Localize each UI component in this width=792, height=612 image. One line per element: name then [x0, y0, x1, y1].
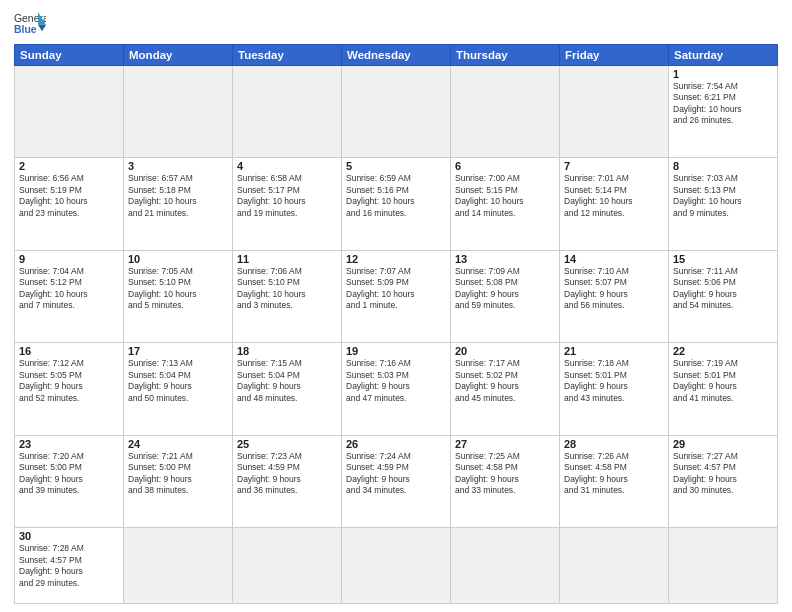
calendar-day-cell: 21Sunrise: 7:18 AM Sunset: 5:01 PM Dayli… [560, 343, 669, 435]
day-number: 14 [564, 253, 664, 265]
day-number: 5 [346, 160, 446, 172]
day-number: 16 [19, 345, 119, 357]
day-info: Sunrise: 7:54 AM Sunset: 6:21 PM Dayligh… [673, 81, 773, 127]
calendar-day-cell: 7Sunrise: 7:01 AM Sunset: 5:14 PM Daylig… [560, 158, 669, 250]
calendar-day-cell [124, 66, 233, 158]
day-info: Sunrise: 6:59 AM Sunset: 5:16 PM Dayligh… [346, 173, 446, 219]
day-info: Sunrise: 7:07 AM Sunset: 5:09 PM Dayligh… [346, 266, 446, 312]
day-number: 28 [564, 438, 664, 450]
day-info: Sunrise: 7:28 AM Sunset: 4:57 PM Dayligh… [19, 543, 119, 589]
calendar-day-cell [124, 528, 233, 604]
day-info: Sunrise: 7:04 AM Sunset: 5:12 PM Dayligh… [19, 266, 119, 312]
day-number: 11 [237, 253, 337, 265]
calendar-day-cell: 19Sunrise: 7:16 AM Sunset: 5:03 PM Dayli… [342, 343, 451, 435]
calendar-day-cell [451, 528, 560, 604]
day-number: 7 [564, 160, 664, 172]
day-info: Sunrise: 7:05 AM Sunset: 5:10 PM Dayligh… [128, 266, 228, 312]
calendar-day-cell: 27Sunrise: 7:25 AM Sunset: 4:58 PM Dayli… [451, 435, 560, 527]
day-number: 25 [237, 438, 337, 450]
calendar-day-cell [669, 528, 778, 604]
logo-area: General Blue [14, 10, 46, 38]
day-info: Sunrise: 6:57 AM Sunset: 5:18 PM Dayligh… [128, 173, 228, 219]
calendar-week-row: 16Sunrise: 7:12 AM Sunset: 5:05 PM Dayli… [15, 343, 778, 435]
day-number: 24 [128, 438, 228, 450]
weekday-header-saturday: Saturday [669, 45, 778, 66]
day-number: 15 [673, 253, 773, 265]
weekday-header-tuesday: Tuesday [233, 45, 342, 66]
calendar-day-cell: 23Sunrise: 7:20 AM Sunset: 5:00 PM Dayli… [15, 435, 124, 527]
calendar-week-row: 23Sunrise: 7:20 AM Sunset: 5:00 PM Dayli… [15, 435, 778, 527]
weekday-header-wednesday: Wednesday [342, 45, 451, 66]
day-info: Sunrise: 7:09 AM Sunset: 5:08 PM Dayligh… [455, 266, 555, 312]
day-info: Sunrise: 7:25 AM Sunset: 4:58 PM Dayligh… [455, 451, 555, 497]
header: General Blue [14, 10, 778, 38]
day-number: 10 [128, 253, 228, 265]
calendar-day-cell [342, 66, 451, 158]
day-number: 30 [19, 530, 119, 542]
day-number: 9 [19, 253, 119, 265]
day-number: 6 [455, 160, 555, 172]
day-number: 13 [455, 253, 555, 265]
calendar-day-cell: 6Sunrise: 7:00 AM Sunset: 5:15 PM Daylig… [451, 158, 560, 250]
day-info: Sunrise: 7:00 AM Sunset: 5:15 PM Dayligh… [455, 173, 555, 219]
calendar-day-cell: 3Sunrise: 6:57 AM Sunset: 5:18 PM Daylig… [124, 158, 233, 250]
calendar-day-cell: 2Sunrise: 6:56 AM Sunset: 5:19 PM Daylig… [15, 158, 124, 250]
day-number: 4 [237, 160, 337, 172]
calendar-day-cell [451, 66, 560, 158]
calendar-day-cell: 4Sunrise: 6:58 AM Sunset: 5:17 PM Daylig… [233, 158, 342, 250]
calendar-day-cell [233, 528, 342, 604]
day-number: 17 [128, 345, 228, 357]
calendar-week-row: 9Sunrise: 7:04 AM Sunset: 5:12 PM Daylig… [15, 250, 778, 342]
calendar-day-cell: 28Sunrise: 7:26 AM Sunset: 4:58 PM Dayli… [560, 435, 669, 527]
calendar-day-cell: 29Sunrise: 7:27 AM Sunset: 4:57 PM Dayli… [669, 435, 778, 527]
day-info: Sunrise: 7:01 AM Sunset: 5:14 PM Dayligh… [564, 173, 664, 219]
day-number: 22 [673, 345, 773, 357]
weekday-header-row: SundayMondayTuesdayWednesdayThursdayFrid… [15, 45, 778, 66]
day-number: 18 [237, 345, 337, 357]
calendar-day-cell: 5Sunrise: 6:59 AM Sunset: 5:16 PM Daylig… [342, 158, 451, 250]
calendar-day-cell: 9Sunrise: 7:04 AM Sunset: 5:12 PM Daylig… [15, 250, 124, 342]
day-info: Sunrise: 6:56 AM Sunset: 5:19 PM Dayligh… [19, 173, 119, 219]
day-info: Sunrise: 7:06 AM Sunset: 5:10 PM Dayligh… [237, 266, 337, 312]
day-info: Sunrise: 7:15 AM Sunset: 5:04 PM Dayligh… [237, 358, 337, 404]
calendar-day-cell: 10Sunrise: 7:05 AM Sunset: 5:10 PM Dayli… [124, 250, 233, 342]
calendar-week-row: 1Sunrise: 7:54 AM Sunset: 6:21 PM Daylig… [15, 66, 778, 158]
day-info: Sunrise: 6:58 AM Sunset: 5:17 PM Dayligh… [237, 173, 337, 219]
calendar-day-cell: 25Sunrise: 7:23 AM Sunset: 4:59 PM Dayli… [233, 435, 342, 527]
calendar-day-cell [233, 66, 342, 158]
calendar-day-cell [560, 66, 669, 158]
calendar-day-cell: 14Sunrise: 7:10 AM Sunset: 5:07 PM Dayli… [560, 250, 669, 342]
weekday-header-sunday: Sunday [15, 45, 124, 66]
calendar-day-cell [560, 528, 669, 604]
calendar-day-cell: 11Sunrise: 7:06 AM Sunset: 5:10 PM Dayli… [233, 250, 342, 342]
day-number: 1 [673, 68, 773, 80]
day-info: Sunrise: 7:11 AM Sunset: 5:06 PM Dayligh… [673, 266, 773, 312]
calendar-day-cell: 20Sunrise: 7:17 AM Sunset: 5:02 PM Dayli… [451, 343, 560, 435]
page: General Blue SundayMondayTuesdayWednesda… [0, 0, 792, 612]
calendar-day-cell: 16Sunrise: 7:12 AM Sunset: 5:05 PM Dayli… [15, 343, 124, 435]
day-info: Sunrise: 7:16 AM Sunset: 5:03 PM Dayligh… [346, 358, 446, 404]
day-info: Sunrise: 7:18 AM Sunset: 5:01 PM Dayligh… [564, 358, 664, 404]
day-info: Sunrise: 7:27 AM Sunset: 4:57 PM Dayligh… [673, 451, 773, 497]
day-number: 20 [455, 345, 555, 357]
calendar-day-cell: 26Sunrise: 7:24 AM Sunset: 4:59 PM Dayli… [342, 435, 451, 527]
day-info: Sunrise: 7:13 AM Sunset: 5:04 PM Dayligh… [128, 358, 228, 404]
calendar-table: SundayMondayTuesdayWednesdayThursdayFrid… [14, 44, 778, 604]
day-number: 26 [346, 438, 446, 450]
calendar-day-cell: 13Sunrise: 7:09 AM Sunset: 5:08 PM Dayli… [451, 250, 560, 342]
calendar-day-cell [342, 528, 451, 604]
day-info: Sunrise: 7:20 AM Sunset: 5:00 PM Dayligh… [19, 451, 119, 497]
day-info: Sunrise: 7:10 AM Sunset: 5:07 PM Dayligh… [564, 266, 664, 312]
day-number: 27 [455, 438, 555, 450]
calendar-day-cell: 17Sunrise: 7:13 AM Sunset: 5:04 PM Dayli… [124, 343, 233, 435]
calendar-day-cell: 8Sunrise: 7:03 AM Sunset: 5:13 PM Daylig… [669, 158, 778, 250]
generalblue-logo-icon: General Blue [14, 10, 46, 38]
day-number: 19 [346, 345, 446, 357]
day-number: 2 [19, 160, 119, 172]
weekday-header-monday: Monday [124, 45, 233, 66]
calendar-day-cell: 24Sunrise: 7:21 AM Sunset: 5:00 PM Dayli… [124, 435, 233, 527]
svg-text:Blue: Blue [14, 24, 37, 35]
day-number: 12 [346, 253, 446, 265]
calendar-day-cell: 12Sunrise: 7:07 AM Sunset: 5:09 PM Dayli… [342, 250, 451, 342]
day-info: Sunrise: 7:24 AM Sunset: 4:59 PM Dayligh… [346, 451, 446, 497]
